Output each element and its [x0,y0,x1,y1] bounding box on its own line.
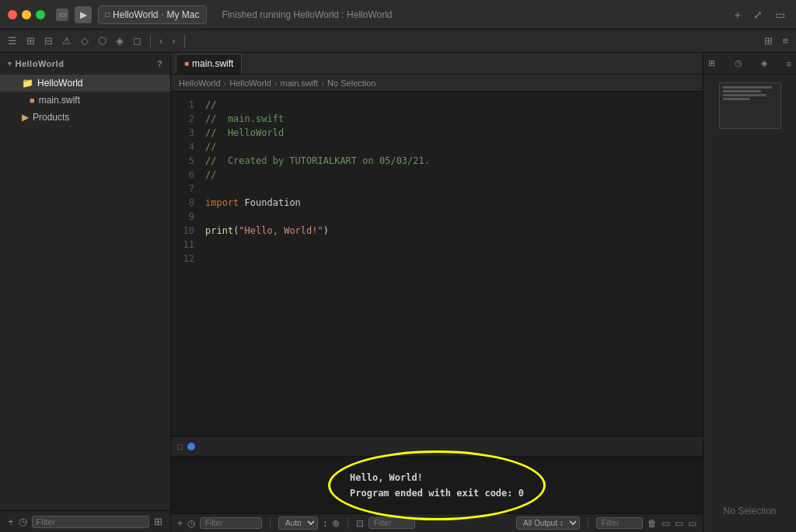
sidebar-item-main-swift[interactable]: ■ main.swift [0,92,170,109]
status-output-filter[interactable] [368,517,415,529]
tab-main-swift[interactable]: ■ main.swift [176,54,242,74]
tab-label: main.swift [192,58,233,69]
inspector-line1 [723,86,772,89]
sidebar-toggle-icon[interactable]: ▭ [56,9,68,21]
layout-button[interactable]: ▭ [772,7,788,23]
breadcrumb-selection[interactable]: No Selection [327,78,375,88]
editor-inspector-row: ■ main.swift HelloWorld › HelloWorld › m… [171,53,796,532]
project-folder-icon: 📁 [22,78,33,89]
sidebar-item-helloworld-project[interactable]: 📁 HelloWorld [0,75,170,92]
code-line-1: // [205,98,703,112]
add-file-icon[interactable]: + [8,516,14,527]
hierarchy-icon[interactable]: ⊞ [23,33,38,48]
status-filter2-icon[interactable]: ⊡ [356,518,364,529]
sidebar-project-label: HelloWorld [37,78,82,89]
status-add-icon[interactable]: + [177,518,183,529]
sidebar-settings-icon[interactable]: ⊞ [154,516,162,527]
inspector-line3 [723,94,766,96]
close-button[interactable] [8,10,17,19]
git-icon[interactable]: ◷ [19,516,27,527]
breadcrumb-project[interactable]: HelloWorld [179,78,221,88]
minimize-button[interactable] [22,10,31,19]
destination-label: My Mac [167,9,200,20]
search-toolbar-icon[interactable]: ⊟ [41,33,56,48]
status-filter-input[interactable] [200,517,262,529]
output-content: Hello, World! Program ended with exit co… [171,457,703,513]
editor-main: ■ main.swift HelloWorld › HelloWorld › m… [171,53,703,532]
breadcrumb: HelloWorld › HelloWorld › main.swift › N… [171,75,703,92]
breakpoint-icon[interactable]: ◈ [113,33,127,48]
code-line-12 [205,252,703,266]
status-bar: + ◷ Auto ↕ ⊕ ⊡ All Output ↕ 🗑 ▭ ▭ [171,513,703,532]
rp-icon3[interactable]: ◈ [761,58,767,68]
scheme-file-icon: □ [105,10,110,19]
status-sep2 [347,518,348,529]
swift-file-icon: ■ [30,96,35,105]
debug-icon[interactable]: ⬡ [95,33,110,48]
title-bar: ▭ ▶ □ HelloWorld › My Mac Finished runni… [0,0,796,30]
test-icon[interactable]: ◇ [78,33,92,48]
breadcrumb-sep2: › [274,78,278,88]
sidebar: ▾ HelloWorld ? 📁 HelloWorld ■ main.swift… [0,53,171,532]
scheme-tab[interactable]: □ HelloWorld › My Mac [98,5,207,24]
auto-select[interactable]: Auto [278,516,318,530]
code-area: 123456 789101112 // // main.swift // Hel… [171,92,703,436]
editor-tabs: ■ main.swift [171,53,703,75]
rp-icon2[interactable]: ◷ [735,58,742,68]
rp-icon1[interactable]: ⊞ [708,58,715,68]
sidebar-header: ▾ HelloWorld ? [0,53,170,75]
right-panel: ⊞ ◷ ◈ ≡ No Selection [703,53,796,532]
code-line-11 [205,238,703,252]
editor-icon[interactable]: ⊞ [761,33,776,48]
status-layout2-icon[interactable]: ▭ [675,518,683,529]
status-trash-icon[interactable]: 🗑 [648,518,657,529]
fullscreen-button[interactable]: ⤢ [750,7,766,23]
code-line-9 [205,210,703,224]
no-selection-text: No Selection [723,506,776,516]
status-indent-icon[interactable]: ↕ [323,518,327,529]
chevron-icon: ▾ [8,60,12,68]
all-output-select[interactable]: All Output ↕ [516,516,580,530]
line-numbers: 123456 789101112 [171,92,202,436]
status-git-icon[interactable]: ◷ [187,518,195,529]
sidebar-bottom: + ◷ ⊞ [0,510,170,532]
console-toggle-icon[interactable]: □ [177,442,183,451]
sidebar-badge: ? [157,60,162,68]
reports-icon[interactable]: ◻ [130,33,145,48]
output-dot [187,443,195,450]
rp-icon4[interactable]: ≡ [787,59,791,68]
status-filter3[interactable] [596,517,643,529]
breadcrumb-folder[interactable]: HelloWorld [229,78,271,88]
breadcrumb-sep3: › [321,78,324,88]
code-line-3: // HelloWorld [205,126,703,140]
run-button[interactable]: ▶ [75,6,92,23]
breadcrumb-file[interactable]: main.swift [281,78,319,88]
status-layout3-icon[interactable]: ▭ [688,518,696,529]
sidebar-file-label: main.swift [39,95,80,106]
status-warn-icon[interactable]: ⊕ [332,518,340,529]
sidebar-item-products[interactable]: ▶ Products [0,109,170,126]
warning-icon[interactable]: ⚠ [59,33,75,48]
maximize-button[interactable] [36,10,45,19]
second-toolbar: ☰ ⊞ ⊟ ⚠ ◇ ⬡ ◈ ◻ ‹ › ⊞ ≡ [0,30,796,53]
back-icon[interactable]: ‹ [156,33,166,48]
tab-file-icon: ■ [184,59,189,68]
add-button[interactable]: + [731,7,744,23]
code-content[interactable]: // // main.swift // HelloWorld // // Cre… [202,92,703,436]
code-line-7 [205,182,703,196]
output-panel: □ Hello, World! Program ended with exit … [171,436,703,513]
code-line-2: // main.swift [205,112,703,126]
breadcrumb-sep1: › [224,78,227,88]
main-layout: ▾ HelloWorld ? 📁 HelloWorld ■ main.swift… [0,53,796,532]
run-status: Finished running HelloWorld : HelloWorld [222,9,725,20]
arrow-icon: › [162,11,164,19]
navigator-icon[interactable]: ☰ [5,33,20,48]
status-layout1-icon[interactable]: ▭ [662,518,670,529]
code-line-10: print("Hello, World!") [205,224,703,238]
output-text-block: Hello, World! Program ended with exit co… [350,470,524,501]
sidebar-filter-input[interactable] [32,516,149,528]
forward-icon[interactable]: › [169,33,178,48]
output-toolbar: □ [171,436,703,457]
scheme-label: HelloWorld [113,9,158,20]
inspector-icon[interactable]: ≡ [779,33,791,48]
